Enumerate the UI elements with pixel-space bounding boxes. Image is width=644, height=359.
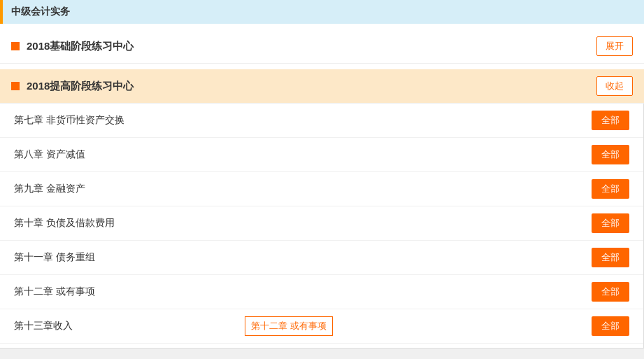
chapter-name: 第九章 金融资产 xyxy=(14,183,85,195)
chapter-name: 第十三章收入 xyxy=(14,320,73,332)
chapter-name: 第十二章 或有事项 xyxy=(14,286,95,298)
advanced-section-icon xyxy=(11,82,20,90)
table-row: 第十章 负债及借款费用 全部 xyxy=(0,206,643,241)
basic-toggle-button[interactable]: 展开 xyxy=(596,36,633,56)
chapter-btn[interactable]: 全部 xyxy=(592,111,629,130)
chapter-list: 第七章 非货币性资产交换 全部 第八章 资产减值 全部 第九章 金融资产 全部 … xyxy=(0,104,644,359)
chapter-btn[interactable]: 全部 xyxy=(592,282,629,302)
chapter-name: 第十一章 债务重组 xyxy=(14,251,95,264)
basic-section-header: 2018基础阶段练习中心 展开 xyxy=(0,29,644,64)
top-bar: 中级会计实务 xyxy=(0,0,644,24)
top-bar-title: 中级会计实务 xyxy=(11,6,70,17)
chapter-tooltip: 第十二章 或有事项 xyxy=(245,316,333,336)
chapter-btn[interactable]: 全部 xyxy=(592,179,629,199)
table-row: 第十二章 或有事项 全部 xyxy=(0,275,643,309)
table-row: 第十三章收入 第十二章 或有事项 全部 xyxy=(0,309,643,344)
chapter-btn[interactable]: 全部 xyxy=(592,213,629,233)
bottom-scrollbar[interactable] xyxy=(0,348,644,359)
basic-section-icon xyxy=(11,42,20,50)
basic-section-left: 2018基础阶段练习中心 xyxy=(11,40,134,53)
chapter-btn[interactable]: 全部 xyxy=(592,316,629,336)
advanced-toggle-button[interactable]: 收起 xyxy=(596,76,633,96)
table-row: 第八章 资产减值 全部 xyxy=(0,138,643,172)
basic-section-title: 2018基础阶段练习中心 xyxy=(27,40,134,53)
advanced-section-header: 2018提高阶段练习中心 收起 xyxy=(0,69,644,104)
table-row: 第九章 金融资产 全部 xyxy=(0,172,643,206)
advanced-section-left: 2018提高阶段练习中心 xyxy=(11,80,134,93)
chapter-name: 第八章 资产减值 xyxy=(14,148,85,161)
table-row: 第七章 非货币性资产交换 全部 xyxy=(0,104,643,138)
chapter-name: 第七章 非货币性资产交换 xyxy=(14,114,124,127)
advanced-section-title: 2018提高阶段练习中心 xyxy=(27,80,134,93)
chapter-name: 第十章 负债及借款费用 xyxy=(14,217,115,230)
table-row: 第十一章 债务重组 全部 xyxy=(0,241,643,275)
chapter-btn[interactable]: 全部 xyxy=(592,145,629,164)
chapter-btn[interactable]: 全部 xyxy=(592,248,629,267)
